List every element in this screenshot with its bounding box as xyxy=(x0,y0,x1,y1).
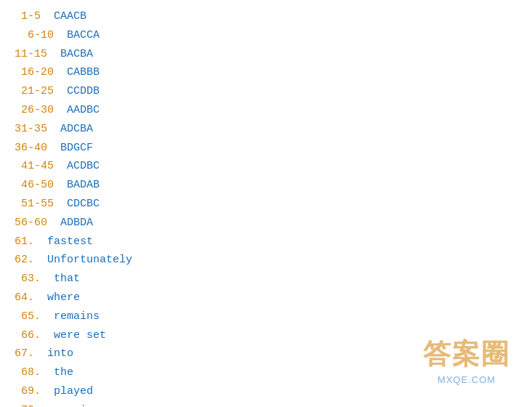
answer-word: fastest xyxy=(34,235,93,248)
range-label: 41-45 xyxy=(15,160,54,172)
answer-word: where xyxy=(34,291,80,304)
answer-list: 1-5 CAACB 6-10 BACCA 11-15 BACBA 16-20 C… xyxy=(15,7,517,407)
line-41-45: 41-45 ACDBC xyxy=(15,157,517,176)
range-label: 16-20 xyxy=(15,66,54,78)
line-6-10: 6-10 BACCA xyxy=(15,26,517,45)
range-label: 1-5 xyxy=(15,10,41,23)
answer-word: were set xyxy=(41,329,106,342)
line-69: 69. played xyxy=(15,382,517,401)
range-label: 36-40 xyxy=(15,142,47,154)
answer-value: CDCBC xyxy=(54,198,100,210)
line-11-15: 11-15 BACBA xyxy=(15,45,517,64)
range-label: 56-60 xyxy=(15,217,47,229)
line-16-20: 16-20 CABBB xyxy=(15,63,517,82)
line-63: 63. that xyxy=(15,270,517,289)
answer-word: played xyxy=(41,385,93,398)
range-label: 26-30 xyxy=(15,104,54,116)
answer-value: CCDDB xyxy=(54,85,100,97)
answer-value: AADBC xyxy=(54,104,100,116)
item-number: 63. xyxy=(15,273,41,285)
line-67: 67. into xyxy=(15,344,517,363)
line-70: 70. wearing xyxy=(15,401,517,407)
line-26-30: 26-30 AADBC xyxy=(15,101,517,120)
answer-word: the xyxy=(41,366,73,379)
item-number: 65. xyxy=(15,310,41,323)
line-56-60: 56-60 ADBDA xyxy=(15,214,517,233)
line-46-50: 46-50 BADAB xyxy=(15,176,517,195)
answer-value: BACBA xyxy=(47,48,93,60)
line-61: 61. fastest xyxy=(15,233,517,251)
item-number: 68. xyxy=(15,366,41,379)
answer-value: ACDBC xyxy=(54,160,100,172)
answer-value: BADAB xyxy=(54,179,100,191)
item-number: 61. xyxy=(15,235,34,248)
line-66: 66. were set xyxy=(15,326,517,345)
answer-value: ADCBA xyxy=(47,123,93,135)
range-label: 21-25 xyxy=(15,85,54,97)
item-number: 70. xyxy=(15,404,41,407)
range-label: 46-50 xyxy=(15,179,54,191)
answer-value: CABBB xyxy=(54,66,100,78)
answer-value: BACCA xyxy=(54,29,100,41)
answer-word: Unfortunately xyxy=(34,254,132,266)
line-21-25: 21-25 CCDDB xyxy=(15,82,517,101)
answer-value: BDGCF xyxy=(47,142,93,154)
item-number: 64. xyxy=(15,291,34,304)
item-number: 66. xyxy=(15,329,41,342)
range-label: 11-15 xyxy=(15,48,47,60)
item-number: 69. xyxy=(15,385,41,398)
range-label: 51-55 xyxy=(15,198,54,210)
line-65: 65. remains xyxy=(15,307,517,326)
line-68: 68. the xyxy=(15,363,517,382)
item-number: 67. xyxy=(15,347,34,360)
answer-word: into xyxy=(34,347,73,360)
range-label: 31-35 xyxy=(15,123,47,135)
line-62: 62. Unfortunately xyxy=(15,251,517,270)
answer-value: CAACB xyxy=(41,10,86,23)
answer-value: ADBDA xyxy=(47,217,93,229)
line-51-55: 51-55 CDCBC xyxy=(15,195,517,214)
answer-word: that xyxy=(41,273,80,285)
range-label: 6-10 xyxy=(15,29,54,41)
line-36-40: 36-40 BDGCF xyxy=(15,139,517,158)
answer-word: wearing xyxy=(41,404,100,407)
line-31-35: 31-35 ADCBA xyxy=(15,120,517,139)
line-64: 64. where xyxy=(15,289,517,307)
item-number: 62. xyxy=(15,254,34,266)
answer-word: remains xyxy=(41,310,100,323)
line-1-5: 1-5 CAACB xyxy=(15,7,517,26)
